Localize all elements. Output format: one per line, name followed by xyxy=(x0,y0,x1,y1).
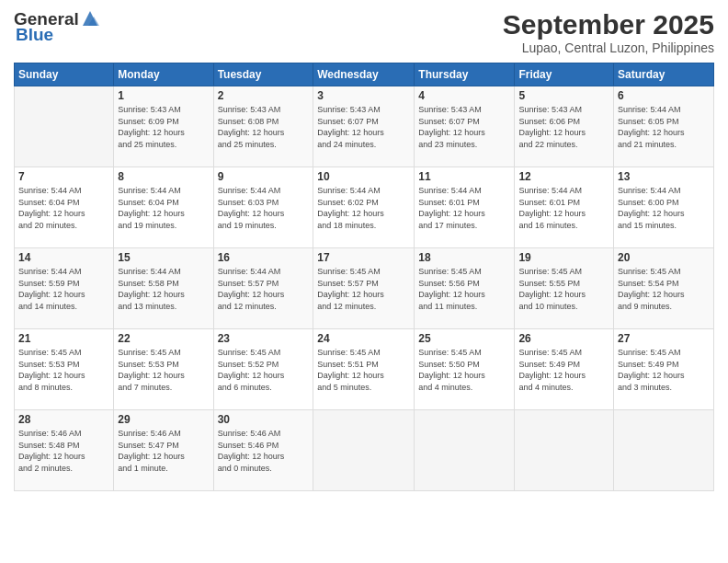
calendar-cell: 30Sunrise: 5:46 AM Sunset: 5:46 PM Dayli… xyxy=(213,410,313,491)
calendar-cell: 25Sunrise: 5:45 AM Sunset: 5:50 PM Dayli… xyxy=(415,329,515,410)
day-number: 15 xyxy=(118,251,209,264)
calendar-cell: 9Sunrise: 5:44 AM Sunset: 6:03 PM Daylig… xyxy=(213,167,313,248)
day-number: 4 xyxy=(418,89,510,102)
calendar-header-monday: Monday xyxy=(114,63,213,86)
day-info: Sunrise: 5:44 AM Sunset: 6:03 PM Dayligh… xyxy=(218,185,310,231)
calendar-cell: 15Sunrise: 5:44 AM Sunset: 5:58 PM Dayli… xyxy=(114,248,213,329)
day-number: 6 xyxy=(618,89,710,102)
day-number: 17 xyxy=(317,251,410,264)
day-number: 18 xyxy=(418,251,510,264)
day-info: Sunrise: 5:46 AM Sunset: 5:47 PM Dayligh… xyxy=(118,428,209,474)
day-info: Sunrise: 5:46 AM Sunset: 5:48 PM Dayligh… xyxy=(18,428,109,474)
day-number: 29 xyxy=(118,413,209,426)
logo-icon xyxy=(81,9,99,28)
page: General Blue September 2025 Lupao, Centr… xyxy=(0,0,728,563)
calendar-cell xyxy=(415,410,515,491)
day-number: 30 xyxy=(218,413,310,426)
day-number: 28 xyxy=(18,413,109,426)
day-number: 3 xyxy=(317,89,410,102)
day-number: 24 xyxy=(317,332,410,345)
calendar-cell: 18Sunrise: 5:45 AM Sunset: 5:56 PM Dayli… xyxy=(415,248,515,329)
location-title: Lupao, Central Luzon, Philippines xyxy=(503,40,714,55)
calendar-header-wednesday: Wednesday xyxy=(313,63,415,86)
calendar-cell: 20Sunrise: 5:45 AM Sunset: 5:54 PM Dayli… xyxy=(614,248,714,329)
day-info: Sunrise: 5:44 AM Sunset: 6:04 PM Dayligh… xyxy=(18,185,109,231)
calendar-cell: 14Sunrise: 5:44 AM Sunset: 5:59 PM Dayli… xyxy=(15,248,114,329)
day-info: Sunrise: 5:43 AM Sunset: 6:07 PM Dayligh… xyxy=(418,104,510,150)
calendar-cell: 3Sunrise: 5:43 AM Sunset: 6:07 PM Daylig… xyxy=(313,86,415,167)
calendar-week-2: 7Sunrise: 5:44 AM Sunset: 6:04 PM Daylig… xyxy=(15,167,714,248)
logo-blue-text: Blue xyxy=(16,26,99,45)
day-number: 27 xyxy=(618,332,710,345)
day-info: Sunrise: 5:44 AM Sunset: 6:05 PM Dayligh… xyxy=(618,104,710,150)
calendar-cell xyxy=(313,410,415,491)
calendar-week-5: 28Sunrise: 5:46 AM Sunset: 5:48 PM Dayli… xyxy=(15,410,714,491)
calendar-cell: 29Sunrise: 5:46 AM Sunset: 5:47 PM Dayli… xyxy=(114,410,213,491)
day-number: 23 xyxy=(218,332,310,345)
day-number: 20 xyxy=(618,251,710,264)
logo-block: General Blue xyxy=(14,9,99,45)
day-number: 2 xyxy=(218,89,310,102)
calendar-header-friday: Friday xyxy=(515,63,614,86)
title-section: September 2025 Lupao, Central Luzon, Phi… xyxy=(503,9,714,55)
calendar-week-4: 21Sunrise: 5:45 AM Sunset: 5:53 PM Dayli… xyxy=(15,329,714,410)
calendar-cell xyxy=(15,86,114,167)
day-number: 16 xyxy=(218,251,310,264)
day-info: Sunrise: 5:45 AM Sunset: 5:49 PM Dayligh… xyxy=(518,347,609,393)
calendar-cell: 28Sunrise: 5:46 AM Sunset: 5:48 PM Dayli… xyxy=(15,410,114,491)
day-info: Sunrise: 5:46 AM Sunset: 5:46 PM Dayligh… xyxy=(218,428,310,474)
day-number: 19 xyxy=(518,251,609,264)
day-info: Sunrise: 5:44 AM Sunset: 6:02 PM Dayligh… xyxy=(317,185,410,231)
day-number: 13 xyxy=(618,170,710,183)
calendar-cell: 24Sunrise: 5:45 AM Sunset: 5:51 PM Dayli… xyxy=(313,329,415,410)
calendar-header-saturday: Saturday xyxy=(614,63,714,86)
day-number: 26 xyxy=(518,332,609,345)
calendar-cell: 22Sunrise: 5:45 AM Sunset: 5:53 PM Dayli… xyxy=(114,329,213,410)
calendar-cell: 21Sunrise: 5:45 AM Sunset: 5:53 PM Dayli… xyxy=(15,329,114,410)
day-number: 22 xyxy=(118,332,209,345)
logo: General Blue xyxy=(14,9,99,45)
month-title: September 2025 xyxy=(503,9,714,40)
day-info: Sunrise: 5:44 AM Sunset: 5:58 PM Dayligh… xyxy=(118,266,209,312)
header: General Blue September 2025 Lupao, Centr… xyxy=(14,9,714,55)
calendar-cell: 27Sunrise: 5:45 AM Sunset: 5:49 PM Dayli… xyxy=(614,329,714,410)
calendar-cell: 1Sunrise: 5:43 AM Sunset: 6:09 PM Daylig… xyxy=(114,86,213,167)
day-number: 25 xyxy=(418,332,510,345)
day-info: Sunrise: 5:45 AM Sunset: 5:49 PM Dayligh… xyxy=(618,347,710,393)
calendar-cell: 2Sunrise: 5:43 AM Sunset: 6:08 PM Daylig… xyxy=(213,86,313,167)
day-info: Sunrise: 5:45 AM Sunset: 5:53 PM Dayligh… xyxy=(118,347,209,393)
calendar-cell: 12Sunrise: 5:44 AM Sunset: 6:01 PM Dayli… xyxy=(515,167,614,248)
day-info: Sunrise: 5:44 AM Sunset: 6:01 PM Dayligh… xyxy=(418,185,510,231)
day-number: 12 xyxy=(518,170,609,183)
calendar-week-1: 1Sunrise: 5:43 AM Sunset: 6:09 PM Daylig… xyxy=(15,86,714,167)
calendar-header-sunday: Sunday xyxy=(15,63,114,86)
calendar-cell: 4Sunrise: 5:43 AM Sunset: 6:07 PM Daylig… xyxy=(415,86,515,167)
day-info: Sunrise: 5:43 AM Sunset: 6:09 PM Dayligh… xyxy=(118,104,209,150)
calendar-table: SundayMondayTuesdayWednesdayThursdayFrid… xyxy=(14,63,714,491)
calendar-cell: 23Sunrise: 5:45 AM Sunset: 5:52 PM Dayli… xyxy=(213,329,313,410)
day-info: Sunrise: 5:43 AM Sunset: 6:07 PM Dayligh… xyxy=(317,104,410,150)
calendar-cell: 16Sunrise: 5:44 AM Sunset: 5:57 PM Dayli… xyxy=(213,248,313,329)
calendar-cell: 13Sunrise: 5:44 AM Sunset: 6:00 PM Dayli… xyxy=(614,167,714,248)
day-info: Sunrise: 5:44 AM Sunset: 6:00 PM Dayligh… xyxy=(618,185,710,231)
day-number: 21 xyxy=(18,332,109,345)
day-number: 10 xyxy=(317,170,410,183)
day-number: 8 xyxy=(118,170,209,183)
day-info: Sunrise: 5:45 AM Sunset: 5:55 PM Dayligh… xyxy=(518,266,609,312)
day-info: Sunrise: 5:45 AM Sunset: 5:51 PM Dayligh… xyxy=(317,347,410,393)
calendar-cell xyxy=(614,410,714,491)
calendar-cell: 8Sunrise: 5:44 AM Sunset: 6:04 PM Daylig… xyxy=(114,167,213,248)
day-info: Sunrise: 5:43 AM Sunset: 6:06 PM Dayligh… xyxy=(518,104,609,150)
day-info: Sunrise: 5:44 AM Sunset: 5:57 PM Dayligh… xyxy=(218,266,310,312)
calendar-cell: 26Sunrise: 5:45 AM Sunset: 5:49 PM Dayli… xyxy=(515,329,614,410)
calendar-header-tuesday: Tuesday xyxy=(213,63,313,86)
calendar-week-3: 14Sunrise: 5:44 AM Sunset: 5:59 PM Dayli… xyxy=(15,248,714,329)
day-number: 11 xyxy=(418,170,510,183)
day-info: Sunrise: 5:44 AM Sunset: 6:04 PM Dayligh… xyxy=(118,185,209,231)
calendar-header-row: SundayMondayTuesdayWednesdayThursdayFrid… xyxy=(15,63,714,86)
calendar-header-thursday: Thursday xyxy=(415,63,515,86)
day-number: 14 xyxy=(18,251,109,264)
day-info: Sunrise: 5:45 AM Sunset: 5:54 PM Dayligh… xyxy=(618,266,710,312)
day-info: Sunrise: 5:43 AM Sunset: 6:08 PM Dayligh… xyxy=(218,104,310,150)
day-info: Sunrise: 5:45 AM Sunset: 5:52 PM Dayligh… xyxy=(218,347,310,393)
